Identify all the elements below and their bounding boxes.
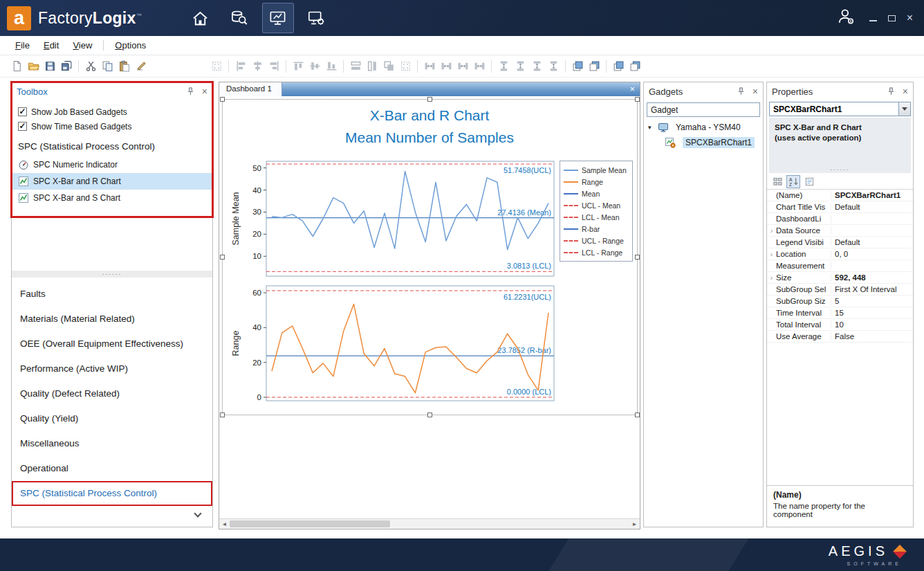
property-value[interactable]: 0, 0	[831, 250, 913, 258]
selection-handle[interactable]	[220, 255, 225, 260]
decrease-vspace-button[interactable]	[528, 58, 545, 75]
open-button[interactable]	[25, 58, 41, 75]
property-value[interactable]: First X Of Interval	[831, 285, 913, 293]
system-config-button[interactable]	[301, 3, 333, 33]
tree-node-gadget[interactable]: SPCXBarRChart1	[644, 135, 763, 150]
new-dashboard-button[interactable]	[8, 58, 25, 75]
decrease-hspace-button[interactable]	[454, 58, 471, 75]
group-button[interactable]	[610, 58, 627, 75]
property-row[interactable]: ›Size592, 448	[767, 272, 913, 284]
property-value[interactable]: 592, 448	[831, 273, 913, 282]
property-row[interactable]: ›Location0, 0	[767, 248, 913, 260]
scroll-down-button[interactable]	[193, 510, 203, 520]
toolbox-category[interactable]: SPC (Statistical Process Control)	[12, 481, 212, 506]
toolbox-item[interactable]: SPC X-Bar and S Chart	[12, 190, 212, 206]
align-bottom-button[interactable]	[323, 58, 340, 75]
save-all-button[interactable]	[58, 58, 75, 75]
make-same-size-button[interactable]	[380, 58, 397, 75]
ungroup-button[interactable]	[627, 58, 643, 75]
toolbox-category[interactable]: Quality (Yield)	[12, 406, 212, 431]
dashboard-designer-button[interactable]	[262, 3, 294, 33]
property-row[interactable]: Use AverageFalse	[767, 331, 913, 343]
align-left-button[interactable]	[232, 58, 249, 75]
gadget-filter-input[interactable]	[647, 102, 760, 117]
menu-item-edit[interactable]: Edit	[37, 37, 66, 53]
property-value[interactable]: 15	[831, 309, 913, 317]
tree-node-machine[interactable]: ▾ Yamaha - YSM40	[644, 120, 763, 135]
checkbox-icon[interactable]: ✓	[18, 122, 27, 131]
property-value[interactable]: SPCXBarRChart1	[831, 191, 913, 199]
copy-button[interactable]	[99, 58, 115, 75]
alphabetical-sort-button[interactable]	[786, 175, 800, 188]
pin-icon[interactable]	[886, 87, 896, 97]
space-down-button[interactable]	[495, 58, 512, 75]
checkbox-row[interactable]: ✓Show Job Based Gadgets	[12, 105, 212, 119]
expand-chevron-icon[interactable]: ›	[767, 250, 776, 258]
pin-icon[interactable]	[736, 87, 746, 97]
align-middle-button[interactable]	[306, 58, 323, 75]
remove-vspace-button[interactable]	[545, 58, 562, 75]
close-panel-button[interactable]: ×	[202, 87, 207, 96]
close-panel-button[interactable]: ×	[752, 87, 758, 96]
make-same-width-button[interactable]	[347, 58, 364, 75]
close-window-button[interactable]: ×	[907, 13, 913, 23]
data-search-button[interactable]	[223, 3, 255, 33]
property-value[interactable]: Default	[831, 238, 913, 246]
design-canvas[interactable]: X-Bar and R Chart Mean Number of Samples…	[219, 96, 640, 518]
save-button[interactable]	[41, 58, 58, 75]
selection-handle[interactable]	[427, 97, 432, 102]
property-pages-button[interactable]	[802, 175, 816, 188]
property-row[interactable]: Chart Title VisDefault	[767, 201, 913, 213]
toolbox-category[interactable]: Operational	[12, 456, 212, 481]
snap-to-grid-button[interactable]	[208, 58, 225, 75]
menu-item-file[interactable]: File	[8, 37, 37, 53]
property-row[interactable]: Total Interval10	[767, 319, 913, 331]
checkbox-row[interactable]: ✓Show Time Based Gadgets	[12, 119, 212, 134]
selection-handle[interactable]	[220, 413, 225, 417]
toolbox-splitter[interactable]: ......	[12, 271, 212, 278]
property-row[interactable]: Legend VisibiDefault	[767, 237, 913, 248]
menu-item-options[interactable]: Options	[108, 37, 153, 53]
remove-hspace-button[interactable]	[471, 58, 488, 75]
property-value[interactable]: 5	[831, 297, 913, 305]
bring-to-front-button[interactable]	[569, 58, 586, 75]
expand-chevron-icon[interactable]: ›	[767, 273, 776, 282]
toolbox-category[interactable]: Materials (Material Related)	[12, 307, 212, 332]
user-account-button[interactable]	[836, 7, 856, 29]
toolbox-category[interactable]: OEE (Overall Equipment Effectiveness)	[12, 332, 212, 356]
horizontal-scrollbar[interactable]: ◄ ►	[219, 518, 640, 529]
dropdown-button[interactable]	[898, 102, 910, 116]
tree-expander-icon[interactable]: ▾	[648, 124, 655, 131]
align-top-button[interactable]	[290, 58, 306, 75]
selection-handle[interactable]	[635, 413, 640, 417]
expand-chevron-icon[interactable]: ›	[767, 226, 776, 235]
minimize-button[interactable]	[869, 12, 877, 24]
scrollbar-thumb[interactable]	[230, 520, 390, 527]
paste-button[interactable]	[115, 58, 132, 75]
menu-item-view[interactable]: View	[66, 37, 99, 53]
align-right-button[interactable]	[266, 58, 282, 75]
property-row[interactable]: SubGroup SelFirst X Of Interval	[767, 284, 913, 296]
toolbox-category[interactable]: Faults	[12, 282, 212, 307]
property-value[interactable]: Default	[831, 203, 913, 211]
size-to-grid-button[interactable]	[397, 58, 414, 75]
property-row[interactable]: Measurement	[767, 260, 913, 272]
property-row[interactable]: ›Data Source	[767, 225, 913, 237]
toolbox-item[interactable]: SPC X-Bar and R Chart	[12, 173, 212, 190]
make-same-height-button[interactable]	[364, 58, 380, 75]
property-row[interactable]: Time Interval15	[767, 307, 913, 319]
send-to-back-button[interactable]	[586, 58, 602, 75]
categorized-view-button[interactable]	[770, 175, 784, 188]
panel-splitter[interactable]: ......	[769, 164, 911, 172]
align-center-button[interactable]	[249, 58, 266, 75]
toolbox-category[interactable]: Miscellaneous	[12, 431, 212, 456]
space-across-button[interactable]	[421, 58, 438, 75]
property-value[interactable]: False	[831, 332, 913, 341]
increase-vspace-button[interactable]	[512, 58, 528, 75]
home-button[interactable]	[185, 3, 216, 33]
property-row[interactable]: SubGroup Siz5	[767, 296, 913, 307]
toolbox-item[interactable]: SPC Numeric Indicator	[12, 156, 212, 173]
selection-handle[interactable]	[635, 255, 640, 260]
property-value[interactable]: 10	[831, 320, 913, 329]
maximize-button[interactable]	[888, 12, 896, 24]
